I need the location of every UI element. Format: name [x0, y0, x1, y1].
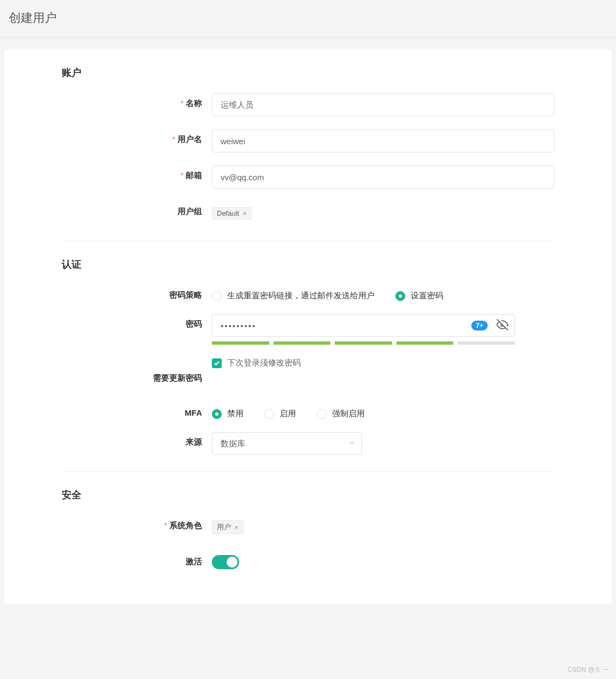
system-role-tags[interactable]: 用户 ×	[212, 516, 554, 539]
radio-icon	[317, 409, 327, 419]
section-title-security: 安全	[62, 488, 554, 501]
input-password[interactable]	[212, 314, 515, 337]
label-password-policy: 密码策略	[62, 285, 212, 300]
close-icon[interactable]: ×	[242, 210, 247, 217]
strength-seg	[396, 341, 454, 345]
checkbox-row-update[interactable]: 下次登录须修改密码	[212, 358, 554, 368]
label-user-group: 用户组	[62, 202, 212, 217]
page-title: 创建用户	[9, 10, 607, 26]
chevron-down-icon	[348, 439, 356, 448]
form-container: 账户 *名称 *用户名 *邮箱 用户组 Default	[4, 50, 612, 604]
radio-mfa-disable[interactable]: 禁用	[212, 409, 244, 419]
label-password: 密码	[62, 314, 212, 329]
label-mfa: MFA	[62, 403, 212, 417]
label-active: 激活	[62, 552, 212, 567]
row-system-role: *系统角色 用户 ×	[62, 516, 554, 539]
section-account: 账户 *名称 *用户名 *邮箱 用户组 Default	[4, 66, 612, 225]
radio-icon	[212, 291, 222, 301]
strength-seg	[212, 341, 269, 345]
section-title-account: 账户	[62, 66, 554, 79]
radio-mfa-enable[interactable]: 启用	[264, 409, 296, 419]
row-source: 来源 数据库	[62, 432, 554, 455]
row-password: 密码 7+	[62, 314, 554, 345]
radio-mfa-force[interactable]: 强制启用	[317, 409, 365, 419]
section-title-auth: 认证	[62, 258, 554, 271]
radio-group-mfa: 禁用 启用 强制启用	[212, 403, 554, 419]
strength-seg	[458, 341, 515, 345]
divider	[62, 241, 554, 241]
row-email: *邮箱	[62, 166, 554, 188]
row-password-policy: 密码策略 生成重置密码链接，通过邮件发送给用户 设置密码	[62, 285, 554, 301]
label-name: *名称	[62, 93, 212, 109]
label-email: *邮箱	[62, 166, 212, 181]
page-header: 创建用户	[0, 0, 616, 38]
radio-group-policy: 生成重置密码链接，通过邮件发送给用户 设置密码	[212, 285, 554, 301]
select-source-value: 数据库	[212, 432, 362, 455]
row-active: 激活	[62, 552, 554, 569]
radio-icon	[264, 409, 274, 419]
radio-icon	[395, 291, 405, 301]
checkbox-icon	[212, 358, 222, 368]
row-need-update: 需要更新密码 下次登录须修改密码	[62, 358, 554, 383]
label-system-role: *系统角色	[62, 516, 212, 531]
label-source: 来源	[62, 432, 212, 447]
tag-user-role: 用户 ×	[212, 520, 244, 534]
row-mfa: MFA 禁用 启用 强制启用	[62, 403, 554, 419]
toggle-active[interactable]	[212, 555, 239, 569]
label-need-update: 需要更新密码	[62, 358, 212, 383]
select-source[interactable]: 数据库	[212, 432, 362, 455]
row-user-group: 用户组 Default ×	[62, 202, 554, 225]
password-strength-bar	[212, 341, 515, 345]
eye-off-icon[interactable]	[496, 319, 508, 333]
input-name[interactable]	[212, 93, 554, 116]
divider	[62, 471, 554, 472]
section-auth: 认证 密码策略 生成重置密码链接，通过邮件发送给用户 设置密码 密码	[4, 258, 612, 455]
close-icon[interactable]: ×	[234, 524, 239, 531]
radio-icon	[212, 409, 222, 419]
user-group-tags[interactable]: Default ×	[212, 202, 554, 225]
label-username: *用户名	[62, 129, 212, 145]
section-security: 安全 *系统角色 用户 × 激活	[4, 488, 612, 569]
row-username: *用户名	[62, 129, 554, 152]
input-email[interactable]	[212, 166, 554, 188]
tag-default: Default ×	[212, 207, 252, 220]
strength-seg	[335, 341, 392, 345]
password-wrapper: 7+	[212, 314, 515, 337]
input-username[interactable]	[212, 129, 554, 152]
strength-seg	[274, 341, 331, 345]
radio-policy-email[interactable]: 生成重置密码链接，通过邮件发送给用户	[212, 291, 375, 301]
radio-policy-set[interactable]: 设置密码	[395, 291, 443, 301]
row-name: *名称	[62, 93, 554, 116]
password-strength-badge: 7+	[471, 321, 488, 330]
